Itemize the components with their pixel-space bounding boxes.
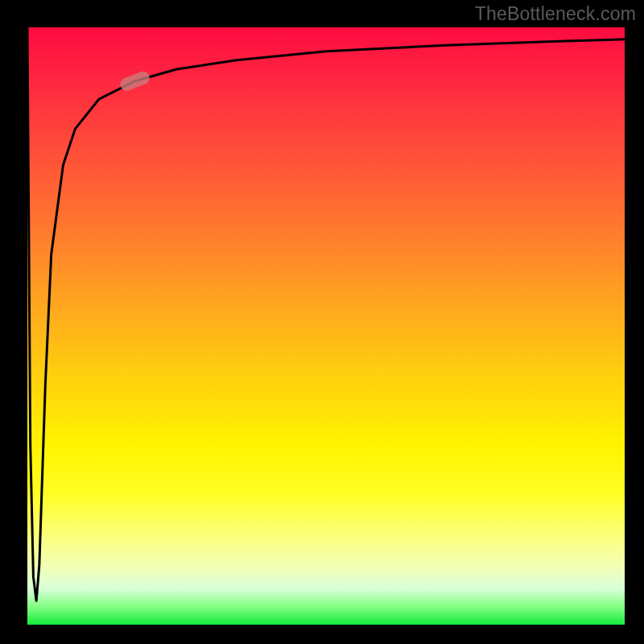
chart-frame: TheBottleneck.com bbox=[0, 0, 644, 644]
attribution-label: TheBottleneck.com bbox=[475, 3, 636, 25]
curve-path bbox=[27, 27, 625, 601]
plot-area bbox=[27, 27, 625, 625]
bottleneck-curve bbox=[27, 27, 625, 625]
curve-marker bbox=[118, 69, 151, 93]
